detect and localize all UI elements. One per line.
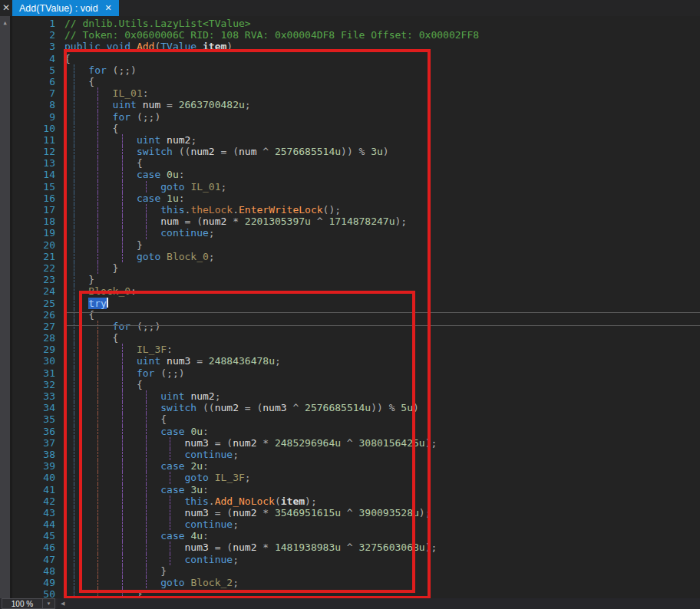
scroll-up-icon[interactable]: ▲ (0, 18, 10, 28)
red-annotation-rectangle (79, 291, 415, 593)
code-line: 2// Token: 0x0600006C RID: 108 RVA: 0x00… (0, 29, 700, 41)
tab-add-tvalue[interactable]: Add(TValue) : void ✕ (12, 0, 119, 16)
code-text: // dnlib.Utils.LazyList<TValue> (64, 18, 251, 29)
tab-label: Add(TValue) : void (19, 3, 98, 14)
code-line: 1// dnlib.Utils.LazyList<TValue> (0, 18, 700, 29)
horizontal-scrollbar[interactable]: ◀ (58, 598, 700, 609)
code-token: // Token: 0x0600006C RID: 108 RVA: 0x000… (64, 29, 479, 41)
code-text: // Token: 0x0600006C RID: 108 RVA: 0x000… (64, 29, 479, 41)
tab-close-icon[interactable]: ✕ (105, 3, 112, 13)
zoom-level[interactable]: 100 % (2, 598, 43, 609)
zoom-dropdown-button[interactable]: ▼ (43, 598, 55, 609)
dnspy-decompiler-window: { "tab_bar": { "hidden_tab_close": "✕", … (0, 0, 700, 609)
panel-splitter (10, 16, 12, 598)
code-token: // dnlib.Utils.LazyList<TValue> (64, 18, 251, 29)
vertical-scrollbar[interactable]: ▲ (0, 16, 10, 598)
scroll-left-icon[interactable]: ◀ (61, 601, 64, 607)
editor-status-bar: 100 % ▼ ◀ (0, 598, 700, 609)
tab-bar: ✕ Add(TValue) : void ✕ (0, 0, 700, 16)
hidden-tab-close-icon[interactable]: ✕ (2, 2, 10, 15)
